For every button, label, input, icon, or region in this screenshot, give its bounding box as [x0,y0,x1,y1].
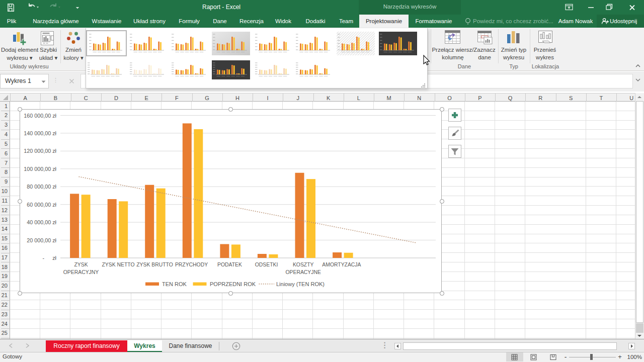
svg-text:AMORTYZACJA: AMORTYZACJA [322,262,361,267]
svg-text:ZYSK BRUTTO: ZYSK BRUTTO [136,262,173,267]
svg-text:60 000,00 zł: 60 000,00 zł [27,202,56,208]
svg-text:TEN ROK: TEN ROK [162,281,187,287]
svg-text:PRZYCHODY: PRZYCHODY [175,262,208,267]
svg-text:140 000,00 zł: 140 000,00 zł [24,130,56,136]
svg-text:- zł: - zł [42,255,56,261]
svg-text:KOSZTY: KOSZTY [293,262,314,267]
svg-text:ODSETKI: ODSETKI [255,262,278,267]
svg-text:OPERACYJNY: OPERACYJNY [63,269,99,275]
svg-text:80 000,00 zł: 80 000,00 zł [27,184,56,190]
svg-text:160 000,00 zł: 160 000,00 zł [24,113,56,119]
svg-text:Liniowy (TEN ROK): Liniowy (TEN ROK) [276,281,325,287]
svg-text:120 000,00 zł: 120 000,00 zł [24,148,56,154]
svg-text:40 000,00 zł: 40 000,00 zł [27,219,56,225]
svg-text:PODATEK: PODATEK [217,262,242,267]
svg-text:ZYSK NETTO: ZYSK NETTO [102,262,134,267]
svg-text:20 000,00 zł: 20 000,00 zł [27,237,56,243]
svg-text:POPRZEDNI ROK: POPRZEDNI ROK [210,281,256,287]
svg-text:OPERACYJNE: OPERACYJNE [285,269,321,275]
svg-text:ZYSK: ZYSK [74,262,88,267]
svg-text:100 000,00 zł: 100 000,00 zł [24,166,56,172]
